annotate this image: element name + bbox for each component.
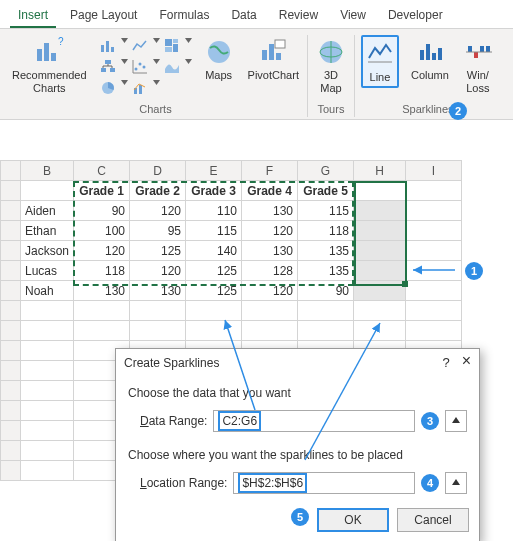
tab-formulas[interactable]: Formulas bbox=[151, 4, 217, 28]
cell[interactable] bbox=[130, 321, 186, 341]
dialog-help-button[interactable]: ? bbox=[442, 355, 449, 370]
cell[interactable] bbox=[21, 361, 74, 381]
row-header[interactable] bbox=[1, 421, 21, 441]
tab-view[interactable]: View bbox=[332, 4, 374, 28]
sparkline-line-button[interactable]: Line bbox=[361, 35, 399, 88]
sparkline-winloss-button[interactable]: Win/ Loss bbox=[461, 35, 495, 97]
maps-button[interactable]: Maps bbox=[202, 35, 236, 84]
3d-map-button[interactable]: 3D Map bbox=[314, 35, 348, 97]
cell[interactable]: 128 bbox=[242, 261, 298, 281]
cancel-button[interactable]: Cancel bbox=[397, 508, 469, 532]
tab-review[interactable]: Review bbox=[271, 4, 326, 28]
location-range-ref-button[interactable] bbox=[445, 472, 467, 494]
col-header-b[interactable]: B bbox=[21, 161, 74, 181]
row-header[interactable] bbox=[1, 461, 21, 481]
cell[interactable]: 140 bbox=[186, 241, 242, 261]
combo-chart-icon[interactable] bbox=[131, 79, 149, 97]
location-range-input[interactable]: $H$2:$H$6 bbox=[233, 472, 415, 494]
col-header-blank[interactable] bbox=[1, 161, 21, 181]
cell[interactable] bbox=[186, 321, 242, 341]
cell[interactable]: 120 bbox=[130, 201, 186, 221]
col-header-g[interactable]: G bbox=[298, 161, 354, 181]
cell[interactable]: 90 bbox=[74, 201, 130, 221]
cell[interactable] bbox=[21, 461, 74, 481]
pie-chart-icon[interactable] bbox=[99, 79, 117, 97]
cell[interactable] bbox=[186, 301, 242, 321]
cell[interactable]: 110 bbox=[186, 201, 242, 221]
cell[interactable] bbox=[21, 321, 74, 341]
cell[interactable] bbox=[406, 321, 462, 341]
row-header[interactable] bbox=[1, 221, 21, 241]
cell[interactable]: 125 bbox=[186, 261, 242, 281]
scatter-chart-icon[interactable] bbox=[131, 58, 149, 76]
cell[interactable]: 130 bbox=[242, 241, 298, 261]
cell[interactable] bbox=[21, 381, 74, 401]
cell[interactable] bbox=[298, 301, 354, 321]
cell[interactable]: 130 bbox=[130, 281, 186, 301]
col-header-c[interactable]: C bbox=[74, 161, 130, 181]
cell[interactable]: 120 bbox=[74, 241, 130, 261]
row-header[interactable] bbox=[1, 281, 21, 301]
ok-button[interactable]: OK bbox=[317, 508, 389, 532]
cell[interactable]: Ethan bbox=[21, 221, 74, 241]
row-header[interactable] bbox=[1, 201, 21, 221]
hierarchy-chart-icon[interactable] bbox=[99, 58, 117, 76]
tab-insert[interactable]: Insert bbox=[10, 4, 56, 28]
cell[interactable]: 120 bbox=[242, 281, 298, 301]
cell[interactable]: Grade 5 bbox=[298, 181, 354, 201]
dialog-close-button[interactable]: × bbox=[462, 355, 471, 370]
cell[interactable] bbox=[242, 301, 298, 321]
cell[interactable] bbox=[354, 261, 406, 281]
cell[interactable]: 120 bbox=[130, 261, 186, 281]
data-range-input[interactable]: C2:G6 bbox=[213, 410, 415, 432]
cell[interactable]: Grade 1 bbox=[74, 181, 130, 201]
col-header-d[interactable]: D bbox=[130, 161, 186, 181]
cell[interactable] bbox=[21, 401, 74, 421]
tab-data[interactable]: Data bbox=[223, 4, 264, 28]
cell[interactable]: 100 bbox=[74, 221, 130, 241]
cell[interactable] bbox=[298, 321, 354, 341]
cell[interactable] bbox=[406, 241, 462, 261]
cell[interactable]: 125 bbox=[186, 281, 242, 301]
cell[interactable] bbox=[406, 261, 462, 281]
row-header[interactable] bbox=[1, 401, 21, 421]
tab-developer[interactable]: Developer bbox=[380, 4, 451, 28]
recommended-charts-button[interactable]: ? Recommended Charts bbox=[10, 35, 89, 97]
cell[interactable]: 135 bbox=[298, 241, 354, 261]
cell[interactable] bbox=[354, 201, 406, 221]
cell[interactable]: Lucas bbox=[21, 261, 74, 281]
cell[interactable] bbox=[21, 441, 74, 461]
cell[interactable] bbox=[242, 321, 298, 341]
cell[interactable]: Noah bbox=[21, 281, 74, 301]
cell[interactable]: 118 bbox=[298, 221, 354, 241]
sparkline-column-button[interactable]: Column bbox=[409, 35, 451, 84]
row-header[interactable] bbox=[1, 361, 21, 381]
pivotchart-button[interactable]: PivotChart bbox=[246, 35, 301, 84]
surface-chart-icon[interactable] bbox=[163, 58, 181, 76]
col-header-f[interactable]: F bbox=[242, 161, 298, 181]
cell[interactable]: 130 bbox=[242, 201, 298, 221]
cell[interactable]: 118 bbox=[74, 261, 130, 281]
row-header[interactable] bbox=[1, 241, 21, 261]
cell[interactable] bbox=[354, 221, 406, 241]
cell[interactable]: Grade 2 bbox=[130, 181, 186, 201]
cell[interactable] bbox=[21, 341, 74, 361]
cell[interactable] bbox=[74, 321, 130, 341]
column-chart-icon[interactable] bbox=[99, 37, 117, 55]
cell[interactable]: 135 bbox=[298, 261, 354, 281]
col-header-i[interactable]: I bbox=[406, 161, 462, 181]
col-header-h[interactable]: H bbox=[354, 161, 406, 181]
row-header[interactable] bbox=[1, 321, 21, 341]
row-header-1[interactable] bbox=[1, 181, 21, 201]
row-header[interactable] bbox=[1, 261, 21, 281]
cell[interactable]: Grade 3 bbox=[186, 181, 242, 201]
cell[interactable] bbox=[406, 281, 462, 301]
cell[interactable] bbox=[74, 301, 130, 321]
cell[interactable] bbox=[354, 301, 406, 321]
cell[interactable] bbox=[354, 321, 406, 341]
cell[interactable]: 90 bbox=[298, 281, 354, 301]
line-chart-icon[interactable] bbox=[131, 37, 149, 55]
cell[interactable]: 115 bbox=[186, 221, 242, 241]
row-header[interactable] bbox=[1, 381, 21, 401]
cell[interactable] bbox=[21, 421, 74, 441]
